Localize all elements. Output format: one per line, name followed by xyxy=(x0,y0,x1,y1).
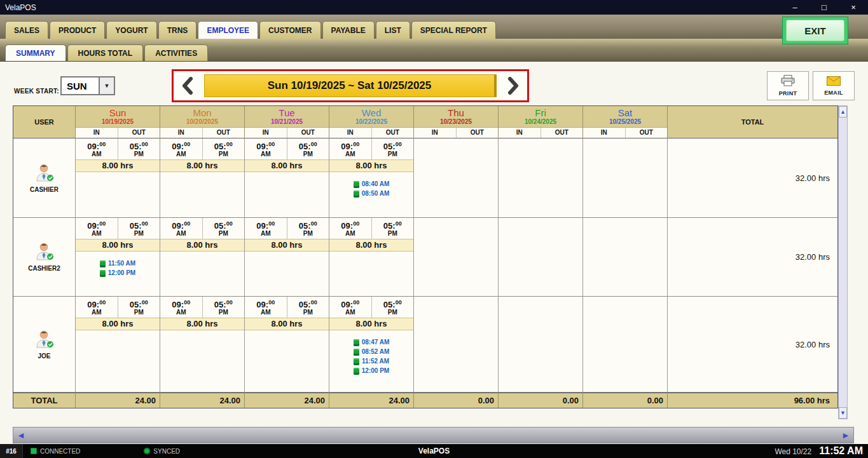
tab-list[interactable]: LIST xyxy=(376,21,410,39)
scroll-left-icon[interactable]: ◀ xyxy=(13,428,29,443)
print-button[interactable]: PRINT xyxy=(767,71,809,100)
time-value: 05:00 xyxy=(383,220,402,230)
user-column-header: USER xyxy=(13,106,76,138)
time-value: 05:00 xyxy=(299,299,317,309)
out-time: 05:00PM xyxy=(118,297,160,318)
horizontal-scroll-track[interactable] xyxy=(29,428,838,443)
status-time: 11:52 AM xyxy=(819,445,863,457)
tab-product[interactable]: PRODUCT xyxy=(50,21,105,39)
time-value: 05:00 xyxy=(299,220,317,230)
week-start-dropdown[interactable]: SUN ▼ xyxy=(60,76,115,95)
tab-trns[interactable]: TRNS xyxy=(158,21,197,39)
email-icon xyxy=(827,76,841,88)
break-entry: 12:00 PM xyxy=(100,269,135,278)
break-time: 08:52 AM xyxy=(362,347,390,356)
day-hours: 8.00 hrs xyxy=(160,239,244,252)
day-header: Sun10/19/2025 xyxy=(76,106,160,128)
synced-label: SYNCED xyxy=(153,448,180,455)
day-header: Wed10/22/2025 xyxy=(329,106,413,128)
tab-payable[interactable]: PAYABLE xyxy=(322,21,375,39)
in-out-times: 09:00AM05:00PM xyxy=(160,138,244,159)
time-value: 05:00 xyxy=(214,220,233,230)
subtab-hours-total[interactable]: HOURS TOTAL xyxy=(67,44,144,61)
email-button[interactable]: EMAIL xyxy=(813,71,855,100)
day-column-header-fri: Fri10/24/2025INOUT xyxy=(499,106,583,138)
next-week-button[interactable] xyxy=(504,76,522,96)
day-column-header-sun: Sun10/19/2025INOUT xyxy=(76,106,160,138)
close-icon[interactable]: × xyxy=(849,3,858,12)
previous-week-button[interactable] xyxy=(179,76,196,96)
tab-yogurt[interactable]: YOGURT xyxy=(106,21,156,39)
time-value: 09:00 xyxy=(341,299,359,309)
day-name: Tue xyxy=(279,108,294,118)
in-time: 09:00AM xyxy=(76,138,118,159)
tab-special-report[interactable]: SPECIAL REPORT xyxy=(411,21,496,39)
vertical-scrollbar[interactable]: ▲ ▼ xyxy=(838,105,848,419)
user-name: JOE xyxy=(38,353,50,360)
time-value: 05:00 xyxy=(130,299,148,309)
subtab-activities[interactable]: ACTIVITIES xyxy=(144,44,208,61)
break-entry: 08:52 AM xyxy=(354,347,390,356)
time-value: 09:00 xyxy=(341,140,359,151)
week-start-value: SUN xyxy=(62,77,99,94)
time-value: 09:00 xyxy=(172,220,190,230)
day-name: Sat xyxy=(618,108,633,118)
timesheet-cell xyxy=(414,218,499,297)
timesheet-cell: 09:00AM05:00PM8.00 hrs xyxy=(245,218,329,297)
time-ampm: AM xyxy=(345,230,355,237)
tab-customer[interactable]: CUSTOMER xyxy=(259,21,320,39)
in-out-times: 09:00AM05:00PM xyxy=(76,297,160,318)
subtab-summary[interactable]: SUMMARY xyxy=(5,44,66,61)
time-ampm: AM xyxy=(92,230,102,237)
time-value: 05:00 xyxy=(299,140,317,151)
day-date: 10/21/2025 xyxy=(271,118,303,126)
timesheet-cell xyxy=(414,138,499,218)
scroll-right-icon[interactable]: ▶ xyxy=(838,428,853,443)
exit-panel: EXIT xyxy=(782,17,848,44)
minimize-icon[interactable]: – xyxy=(790,3,799,12)
total-row-label: TOTAL xyxy=(13,393,76,408)
timesheet-table: USERSun10/19/2025INOUTMon10/20/2025INOUT… xyxy=(13,105,838,408)
day-column-header-wed: Wed10/22/2025INOUT xyxy=(329,106,414,138)
break-time: 11:52 AM xyxy=(362,357,389,366)
break-icon xyxy=(354,349,359,356)
in-label: IN xyxy=(499,128,541,138)
scroll-down-icon[interactable]: ▼ xyxy=(839,407,847,419)
in-time: 09:00AM xyxy=(245,218,287,239)
out-time: 05:00PM xyxy=(372,218,414,239)
tab-sales[interactable]: SALES xyxy=(5,21,48,39)
day-column-header-mon: Mon10/20/2025INOUT xyxy=(160,106,245,138)
scroll-up-icon[interactable]: ▲ xyxy=(839,106,847,118)
in-label: IN xyxy=(245,128,287,138)
break-entry: 11:50 AM xyxy=(100,259,135,268)
horizontal-scrollbar[interactable]: ◀ ▶ xyxy=(13,427,854,443)
exit-button[interactable]: EXIT xyxy=(786,20,844,41)
break-entry: 08:40 AM xyxy=(354,180,390,189)
out-time: 05:00PM xyxy=(203,138,245,159)
connected-label: CONNECTED xyxy=(40,448,80,455)
break-time: 08:50 AM xyxy=(362,189,390,198)
out-label: OUT xyxy=(626,128,668,138)
tab-employee[interactable]: EMPLOYEE xyxy=(198,21,258,39)
day-hours: 8.00 hrs xyxy=(329,318,413,330)
chevron-down-icon[interactable]: ▼ xyxy=(99,77,114,94)
timesheet-cell xyxy=(583,297,668,393)
sync-status: SYNCED xyxy=(144,448,180,455)
week-navigator: Sun 10/19/2025 ~ Sat 10/25/2025 xyxy=(172,69,529,102)
sub-tab-bar: SUMMARYHOURS TOTALACTIVITIES xyxy=(0,39,868,62)
in-out-header: INOUT xyxy=(329,128,413,138)
time-value: 05:00 xyxy=(130,220,148,230)
out-label: OUT xyxy=(287,128,329,138)
break-icon xyxy=(354,339,359,346)
day-header: Mon10/20/2025 xyxy=(160,106,244,128)
day-total: 0.00 xyxy=(499,393,583,408)
maximize-icon[interactable]: □ xyxy=(820,3,829,12)
day-name: Mon xyxy=(193,108,211,118)
in-out-times: 09:00AM05:00PM xyxy=(329,297,413,318)
out-time: 05:00PM xyxy=(203,218,245,239)
time-ampm: PM xyxy=(303,151,313,158)
day-hours: 8.00 hrs xyxy=(329,239,413,252)
vertical-scroll-track[interactable] xyxy=(839,118,847,407)
day-total: 24.00 xyxy=(245,393,329,408)
grand-total: 96.00 hrs xyxy=(668,393,837,408)
